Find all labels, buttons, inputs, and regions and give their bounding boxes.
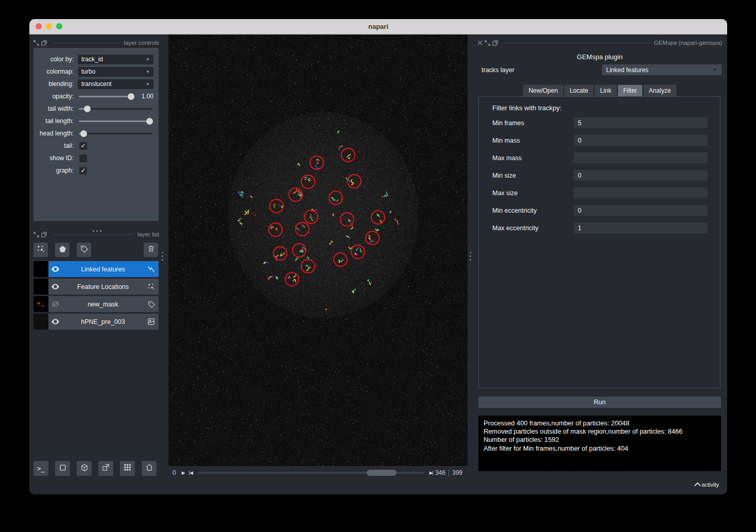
layer-row-new-mask[interactable]: new_mask <box>33 296 159 312</box>
header-divider <box>504 43 650 43</box>
log-line: After filter for Min frames,number of pa… <box>484 444 716 453</box>
minimize-window-button[interactable] <box>46 23 52 29</box>
max-mass-input[interactable] <box>574 152 708 163</box>
min-eccentricity-label: Min eccentricity <box>492 207 574 214</box>
tab-filter[interactable]: Filter <box>617 84 643 97</box>
show-id-checkbox[interactable] <box>79 155 87 162</box>
graph-label: graph: <box>36 167 78 174</box>
layer-row-hpne-pre-003[interactable]: hPNE_pre_003 <box>33 314 159 330</box>
slider-handle[interactable] <box>146 118 153 125</box>
transpose-dimensions-button[interactable] <box>98 461 113 476</box>
chevron-down-icon: ▼ <box>146 82 150 87</box>
new-shapes-layer-button[interactable] <box>55 243 70 257</box>
log-line: Number of particles: 1592 <box>484 436 716 444</box>
visibility-eye-icon[interactable] <box>48 283 62 290</box>
cube-icon <box>80 464 89 474</box>
layer-name: new_mask <box>62 301 144 308</box>
viewer-canvas-area[interactable] <box>168 35 468 466</box>
run-button[interactable]: Run <box>478 397 721 408</box>
min-size-input[interactable] <box>574 170 708 181</box>
titlebar[interactable]: napari <box>29 19 727 35</box>
max-eccentricity-label: Max eccentricity <box>492 225 574 232</box>
frame-slider[interactable] <box>198 469 424 476</box>
visibility-eye-icon[interactable] <box>48 266 62 272</box>
close-panel-icon[interactable] <box>477 40 483 45</box>
max-size-input[interactable] <box>574 187 708 198</box>
slider-handle[interactable] <box>128 93 134 100</box>
max-mass-label: Max mass <box>492 155 574 162</box>
visibility-eye-icon-hidden[interactable] <box>48 301 62 307</box>
viewer-canvas[interactable] <box>168 35 468 466</box>
visibility-eye-icon[interactable] <box>48 318 62 325</box>
roll-dimensions-button[interactable] <box>77 461 92 476</box>
grid-view-button[interactable] <box>120 461 135 476</box>
points-layer-icon <box>144 283 159 290</box>
tail-length-slider[interactable] <box>78 116 153 126</box>
layer-row-feature-locations[interactable]: Feature Locations <box>33 279 159 295</box>
close-window-button[interactable] <box>36 23 42 29</box>
blending-select[interactable]: translucent ▼ <box>78 79 153 89</box>
tracks-layer-select[interactable]: Linked features ▼ <box>602 64 721 75</box>
tail-width-label: tail width: <box>36 105 78 112</box>
tab-analyze[interactable]: Analyze <box>643 84 677 97</box>
expand-panel-icon[interactable] <box>33 40 39 46</box>
opacity-slider[interactable] <box>78 92 135 101</box>
layer-name: Feature Locations <box>62 283 144 290</box>
expand-panel-icon[interactable] <box>33 232 39 237</box>
colormap-row: colormap: turbo ▼ <box>36 65 153 78</box>
tail-width-row: tail width: <box>36 102 153 115</box>
min-eccentricity-row: Min eccentricity <box>492 205 708 216</box>
float-panel-icon[interactable] <box>41 40 47 46</box>
max-size-label: Max size <box>492 190 574 197</box>
slider-handle[interactable] <box>84 106 91 112</box>
tail-checkbox[interactable]: ✓ <box>79 142 87 150</box>
ndisplay-toggle-button[interactable] <box>55 461 70 476</box>
tail-width-slider[interactable] <box>78 104 153 114</box>
colormap-label: colormap: <box>36 68 78 75</box>
layer-row-linked-features[interactable]: Linked features <box>33 261 159 277</box>
tab-new-open[interactable]: New/Open <box>523 84 563 97</box>
play-button[interactable]: ▶ <box>182 470 185 475</box>
first-frame-button[interactable]: |◀ <box>189 470 193 475</box>
graph-checkbox[interactable]: ✓ <box>79 167 87 175</box>
header-divider <box>53 234 133 235</box>
zoom-window-button[interactable] <box>56 23 62 29</box>
plugin-title: GEMspa plugin <box>477 53 722 61</box>
console-button[interactable]: >_ <box>33 461 48 476</box>
opacity-label: opacity: <box>36 93 78 100</box>
head-length-slider[interactable] <box>78 129 153 139</box>
layer-thumbnail <box>33 296 48 312</box>
home-icon <box>145 464 153 473</box>
log-line: Processed 400 frames,number of particles… <box>484 419 716 427</box>
min-eccentricity-input[interactable] <box>574 205 708 216</box>
dimension-index-label: 0 <box>173 469 176 476</box>
delete-layer-button[interactable] <box>144 243 158 257</box>
activity-toggle[interactable]: activity <box>694 482 719 488</box>
float-panel-icon[interactable] <box>492 40 498 46</box>
layer-thumbnail <box>33 314 48 330</box>
tab-link[interactable]: Link <box>594 84 617 97</box>
slider-handle[interactable] <box>80 130 87 137</box>
tracks-layer-value: Linked features <box>606 66 648 74</box>
plugin-tabs: New/Open Locate Link Filter Analyze <box>477 84 722 97</box>
last-frame-button[interactable]: ▶| <box>429 470 433 475</box>
colormap-select[interactable]: turbo ▼ <box>78 67 153 77</box>
new-points-layer-button[interactable] <box>33 243 48 257</box>
color-by-select[interactable]: track_id ▼ <box>78 55 153 64</box>
float-panel-icon[interactable] <box>41 232 47 237</box>
new-labels-layer-button[interactable] <box>77 243 91 257</box>
tab-locate[interactable]: Locate <box>564 84 594 97</box>
min-frames-input[interactable] <box>574 117 708 128</box>
home-button[interactable] <box>142 461 157 476</box>
max-eccentricity-input[interactable] <box>574 222 708 233</box>
expand-panel-icon[interactable] <box>485 40 490 46</box>
layer-name: Linked features <box>62 266 144 273</box>
left-splitter-handle[interactable] <box>162 252 163 261</box>
tracks-layer-row: tracks layer Linked features ▼ <box>482 64 721 75</box>
tracks-layer-icon <box>144 265 159 273</box>
tail-row: tail: ✓ <box>36 140 153 152</box>
right-splitter-handle[interactable] <box>470 252 471 261</box>
frame-slider-handle[interactable] <box>367 470 397 476</box>
filter-tab-panel: Filter links with trackpy: Min frames Mi… <box>478 96 720 388</box>
min-mass-input[interactable] <box>574 135 708 146</box>
